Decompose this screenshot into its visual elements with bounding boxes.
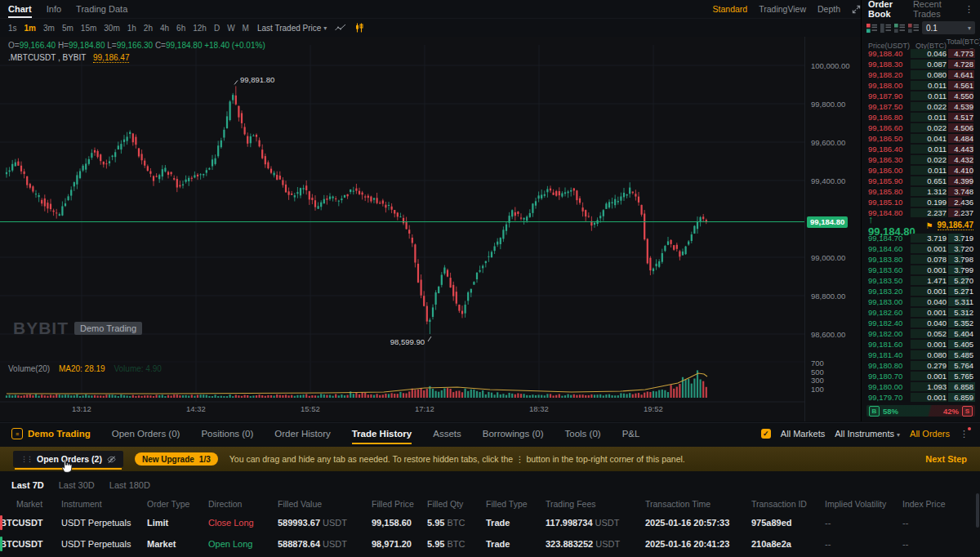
- tab-info[interactable]: Info: [47, 2, 61, 16]
- header-filled-price[interactable]: Filled Price: [372, 499, 427, 509]
- interval-D[interactable]: D: [214, 24, 220, 33]
- header-implied-volatility[interactable]: Implied Volatility: [825, 499, 902, 509]
- ask-row[interactable]: 99,187.900.0114.550: [862, 91, 980, 101]
- interval-1s[interactable]: 1s: [8, 24, 17, 33]
- mode-tradingview[interactable]: TradingView: [759, 4, 806, 14]
- interval-M[interactable]: M: [243, 24, 249, 33]
- bid-row[interactable]: 99,183.501.4715.270: [862, 275, 980, 286]
- mode-standard[interactable]: Standard: [713, 4, 748, 14]
- bid-row[interactable]: 99,179.700.0016.859: [862, 392, 980, 403]
- view-grouped-icon[interactable]: [908, 23, 919, 33]
- new-upgrade-pill[interactable]: New Upgrade 1/3: [135, 452, 218, 466]
- hide-tab-eye-off-icon[interactable]: [107, 455, 116, 464]
- price-axis[interactable]: 100,000.0099,800.0099,600.0099,400.0099,…: [804, 37, 862, 421]
- interval-1h[interactable]: 1h: [127, 24, 136, 33]
- interval-30m[interactable]: 30m: [104, 24, 119, 33]
- interval-6h[interactable]: 6h: [176, 24, 185, 33]
- ask-row[interactable]: 99,185.900.6514.399: [862, 176, 980, 186]
- header-filled-value[interactable]: Filled Value: [278, 499, 372, 509]
- bid-row[interactable]: 99,180.700.0015.765: [862, 371, 980, 381]
- grouping-dropdown[interactable]: 0.1 ▾: [922, 21, 975, 34]
- line-chart-icon[interactable]: [335, 24, 346, 32]
- last-price-row[interactable]: ↑ 99,184.80 ⚑ 99,186.47: [862, 219, 980, 232]
- header-direction[interactable]: Direction: [208, 499, 278, 509]
- bottom-tab-positions-0[interactable]: Positions (0): [201, 423, 253, 444]
- tab-order-book[interactable]: Order Book: [868, 0, 905, 19]
- view-asks-icon[interactable]: [894, 23, 905, 33]
- header-instrument[interactable]: Instrument: [61, 499, 147, 509]
- interval-W[interactable]: W: [227, 24, 234, 33]
- ask-row[interactable]: 99,186.600.0224.506: [862, 123, 980, 133]
- interval-3m[interactable]: 3m: [43, 24, 55, 33]
- tab-chart[interactable]: Chart: [8, 2, 32, 16]
- bottom-tab-assets[interactable]: Assets: [433, 423, 461, 444]
- candlestick-chart-icon[interactable]: [354, 23, 364, 33]
- header-index-price[interactable]: Index Price: [902, 499, 980, 509]
- trade-history-row[interactable]: BTCUSDTUSDT PerpetualsLimitClose Long589…: [0, 512, 980, 533]
- header-filled-type[interactable]: Filled Type: [486, 499, 546, 509]
- bid-row[interactable]: 99,181.600.0015.405: [862, 339, 980, 350]
- bid-row[interactable]: 99,180.001.0936.858: [862, 381, 980, 392]
- bottom-tab-p-l[interactable]: P&L: [622, 423, 640, 444]
- scrollbar-thumb[interactable]: [976, 493, 979, 528]
- all-orders-button[interactable]: All Orders: [910, 429, 950, 439]
- bid-row[interactable]: 99,182.600.0015.312: [862, 307, 980, 318]
- ask-row[interactable]: 99,188.000.0114.561: [862, 80, 980, 91]
- view-both-sides-icon[interactable]: [866, 23, 877, 33]
- next-step-button[interactable]: Next Step: [925, 454, 967, 464]
- bid-row[interactable]: 99,184.600.0013.720: [862, 243, 980, 254]
- bottom-tab-open-orders-0[interactable]: Open Orders (0): [112, 423, 180, 444]
- mark-price-label[interactable]: 99,186.47: [93, 53, 130, 63]
- header-trading-fees[interactable]: Trading Fees: [546, 499, 645, 509]
- ask-row[interactable]: 99,186.000.0114.410: [862, 165, 980, 176]
- tab-trading-data[interactable]: Trading Data: [76, 2, 127, 16]
- ask-row[interactable]: 99,185.801.3123.748: [862, 186, 980, 197]
- view-bids-icon[interactable]: [880, 23, 891, 33]
- price-type-dropdown[interactable]: Last Traded Price ▾: [257, 24, 327, 33]
- header-filled-qty[interactable]: Filled Qty: [427, 499, 486, 509]
- ask-row[interactable]: 99,185.100.1992.436: [862, 197, 980, 207]
- header-transaction-time[interactable]: Transaction Time: [645, 499, 751, 509]
- orderbook-menu-icon[interactable]: ⋮: [964, 4, 973, 15]
- fullscreen-expand-icon[interactable]: [852, 5, 861, 14]
- trade-history-row[interactable]: BTCUSDTUSDT PerpetualsMarketOpen Long588…: [0, 533, 980, 555]
- all-instruments-dropdown[interactable]: All Instruments ▾: [835, 429, 900, 439]
- ask-row[interactable]: 99,188.400.0464.773: [862, 48, 980, 59]
- bid-row[interactable]: 99,181.400.0805.485: [862, 350, 980, 360]
- tab-recent-trades[interactable]: Recent Trades: [913, 0, 956, 19]
- filter-last-7d[interactable]: Last 7D: [11, 480, 44, 490]
- header-order-type[interactable]: Order Type: [147, 499, 208, 509]
- filter-last-30d[interactable]: Last 30D: [59, 480, 95, 490]
- interval-4h[interactable]: 4h: [160, 24, 169, 33]
- ask-row[interactable]: 99,188.200.0804.641: [862, 69, 980, 80]
- bid-row[interactable]: 99,180.800.2795.764: [862, 360, 980, 371]
- price-chart[interactable]: 99,891.8098,599.90 O=99,166.40 H=99,184.…: [0, 37, 862, 421]
- open-orders-chip[interactable]: ⋮⋮ Open Orders (2): [13, 451, 123, 467]
- ask-row[interactable]: 99,188.300.0874.728: [862, 59, 980, 69]
- interval-1m[interactable]: 1m: [24, 24, 36, 33]
- bottom-tab-tools-0[interactable]: Tools (0): [565, 423, 601, 444]
- bid-row[interactable]: 99,183.600.0013.799: [862, 265, 980, 275]
- filter-last-180d[interactable]: Last 180D: [109, 480, 150, 490]
- interval-15m[interactable]: 15m: [81, 24, 96, 33]
- bid-row[interactable]: 99,182.000.0525.404: [862, 328, 980, 339]
- bid-row[interactable]: 99,183.200.0015.271: [862, 286, 980, 296]
- ask-row[interactable]: 99,186.300.0224.432: [862, 154, 980, 165]
- mode-depth[interactable]: Depth: [817, 4, 840, 14]
- ask-row[interactable]: 99,186.800.0114.517: [862, 112, 980, 123]
- drag-handle-icon[interactable]: ⋮⋮: [20, 455, 32, 463]
- header-market[interactable]: Market: [0, 499, 61, 509]
- bid-row[interactable]: 99,183.800.0783.798: [862, 254, 980, 265]
- bottom-tab-trade-history[interactable]: Trade History: [352, 423, 412, 444]
- bid-row[interactable]: 99,182.400.0405.352: [862, 318, 980, 328]
- orderbook-mark-price[interactable]: 99,186.47: [938, 221, 974, 230]
- all-markets-label[interactable]: All Markets: [781, 429, 825, 439]
- ask-row[interactable]: 99,186.500.0414.484: [862, 133, 980, 144]
- bid-row[interactable]: 99,183.000.0405.311: [862, 296, 980, 307]
- interval-12h[interactable]: 12h: [193, 24, 207, 33]
- ask-row[interactable]: 99,186.400.0114.443: [862, 144, 980, 154]
- bottom-tab-demo-trading[interactable]: ≡Demo Trading: [11, 423, 91, 444]
- bottom-tab-order-history[interactable]: Order History: [274, 423, 330, 444]
- bottom-tab-borrowings-0[interactable]: Borrowings (0): [483, 423, 544, 444]
- panel-menu-icon[interactable]: ⋮: [960, 429, 969, 439]
